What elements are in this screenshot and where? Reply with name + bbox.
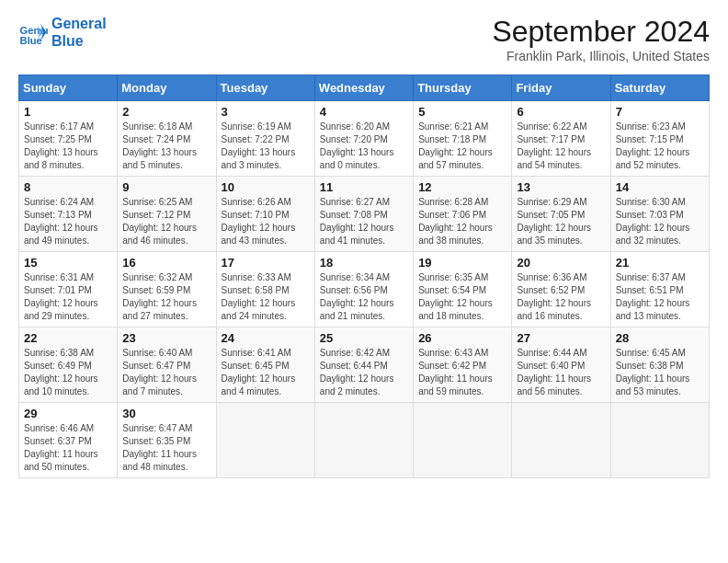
day-number: 22 — [24, 331, 112, 345]
day-info: Sunrise: 6:21 AM Sunset: 7:18 PM Dayligh… — [418, 121, 506, 172]
sunrise-label: Sunrise: 6:29 AM — [517, 197, 586, 207]
sunset-label: Sunset: 7:20 PM — [320, 134, 388, 144]
sunset-label: Sunset: 7:18 PM — [418, 134, 486, 144]
day-info: Sunrise: 6:26 AM Sunset: 7:10 PM Dayligh… — [222, 196, 310, 247]
day-info: Sunrise: 6:38 AM Sunset: 6:49 PM Dayligh… — [24, 347, 112, 398]
calendar-cell — [610, 403, 709, 478]
day-number: 25 — [320, 331, 408, 345]
weekday-wednesday: Wednesday — [314, 75, 413, 101]
day-number: 3 — [222, 105, 310, 119]
weekday-friday: Friday — [512, 75, 610, 101]
day-number: 10 — [222, 180, 310, 194]
sunrise-label: Sunrise: 6:38 AM — [24, 348, 94, 358]
sunset-label: Sunset: 6:54 PM — [418, 285, 486, 295]
weekday-tuesday: Tuesday — [216, 75, 314, 101]
daylight-label: Daylight: 12 hours and 27 minutes. — [122, 298, 197, 321]
daylight-label: Daylight: 13 hours and 5 minutes. — [122, 147, 197, 170]
day-info: Sunrise: 6:19 AM Sunset: 7:22 PM Dayligh… — [222, 121, 310, 172]
sunset-label: Sunset: 7:22 PM — [222, 134, 290, 144]
calendar-cell: 7 Sunrise: 6:23 AM Sunset: 7:15 PM Dayli… — [610, 101, 709, 177]
daylight-label: Daylight: 11 hours and 50 minutes. — [24, 449, 98, 472]
sunset-label: Sunset: 6:45 PM — [222, 361, 290, 371]
calendar-cell: 22 Sunrise: 6:38 AM Sunset: 6:49 PM Dayl… — [19, 327, 118, 403]
sunrise-label: Sunrise: 6:25 AM — [122, 197, 192, 207]
calendar-cell — [216, 403, 314, 478]
day-number: 27 — [517, 331, 605, 345]
day-info: Sunrise: 6:22 AM Sunset: 7:17 PM Dayligh… — [517, 121, 605, 172]
calendar-cell: 8 Sunrise: 6:24 AM Sunset: 7:13 PM Dayli… — [19, 177, 118, 252]
week-row-1: 1 Sunrise: 6:17 AM Sunset: 7:25 PM Dayli… — [19, 101, 710, 177]
page-header: General Blue General Blue September 2024… — [18, 15, 710, 63]
weekday-header-row: SundayMondayTuesdayWednesdayThursdayFrid… — [19, 75, 710, 101]
calendar-table: SundayMondayTuesdayWednesdayThursdayFrid… — [18, 75, 710, 478]
day-number: 29 — [24, 407, 112, 420]
logo: General Blue General Blue — [18, 15, 107, 50]
sunset-label: Sunset: 7:01 PM — [24, 285, 92, 295]
calendar-cell: 20 Sunrise: 6:36 AM Sunset: 6:52 PM Dayl… — [512, 252, 610, 327]
day-number: 12 — [418, 180, 506, 194]
day-info: Sunrise: 6:34 AM Sunset: 6:56 PM Dayligh… — [320, 271, 408, 323]
calendar-cell: 10 Sunrise: 6:26 AM Sunset: 7:10 PM Dayl… — [216, 177, 314, 252]
calendar-cell: 19 Sunrise: 6:35 AM Sunset: 6:54 PM Dayl… — [414, 252, 512, 327]
daylight-label: Daylight: 12 hours and 38 minutes. — [418, 223, 493, 246]
sunset-label: Sunset: 6:58 PM — [222, 285, 290, 295]
calendar-cell — [512, 403, 610, 478]
day-info: Sunrise: 6:27 AM Sunset: 7:08 PM Dayligh… — [320, 196, 408, 247]
sunset-label: Sunset: 6:37 PM — [24, 436, 92, 446]
sunset-label: Sunset: 7:13 PM — [24, 210, 92, 220]
sunset-label: Sunset: 6:52 PM — [517, 285, 585, 295]
day-info: Sunrise: 6:36 AM Sunset: 6:52 PM Dayligh… — [517, 271, 605, 323]
week-row-2: 8 Sunrise: 6:24 AM Sunset: 7:13 PM Dayli… — [19, 177, 710, 252]
sunset-label: Sunset: 6:49 PM — [24, 361, 92, 371]
title-section: September 2024 Franklin Park, Illinois, … — [492, 15, 710, 63]
sunrise-label: Sunrise: 6:31 AM — [24, 272, 94, 282]
day-info: Sunrise: 6:44 AM Sunset: 6:40 PM Dayligh… — [517, 347, 605, 398]
calendar-cell: 15 Sunrise: 6:31 AM Sunset: 7:01 PM Dayl… — [19, 252, 118, 327]
sunrise-label: Sunrise: 6:40 AM — [122, 348, 192, 358]
daylight-label: Daylight: 12 hours and 4 minutes. — [222, 373, 296, 396]
day-number: 21 — [616, 256, 704, 270]
day-number: 15 — [24, 256, 112, 270]
daylight-label: Daylight: 12 hours and 13 minutes. — [616, 298, 690, 321]
sunset-label: Sunset: 6:47 PM — [122, 361, 190, 371]
day-info: Sunrise: 6:47 AM Sunset: 6:35 PM Dayligh… — [122, 422, 210, 474]
week-row-3: 15 Sunrise: 6:31 AM Sunset: 7:01 PM Dayl… — [19, 252, 710, 327]
day-info: Sunrise: 6:42 AM Sunset: 6:44 PM Dayligh… — [320, 347, 408, 398]
calendar-cell: 24 Sunrise: 6:41 AM Sunset: 6:45 PM Dayl… — [216, 327, 314, 403]
daylight-label: Daylight: 12 hours and 21 minutes. — [320, 298, 394, 321]
calendar-cell: 18 Sunrise: 6:34 AM Sunset: 6:56 PM Dayl… — [314, 252, 413, 327]
sunset-label: Sunset: 6:35 PM — [122, 436, 190, 446]
calendar-cell: 3 Sunrise: 6:19 AM Sunset: 7:22 PM Dayli… — [216, 101, 314, 177]
sunrise-label: Sunrise: 6:21 AM — [418, 121, 488, 132]
daylight-label: Daylight: 12 hours and 46 minutes. — [122, 223, 197, 246]
calendar-cell — [414, 403, 512, 478]
daylight-label: Daylight: 12 hours and 16 minutes. — [517, 298, 591, 321]
sunrise-label: Sunrise: 6:41 AM — [222, 348, 291, 358]
calendar-cell: 12 Sunrise: 6:28 AM Sunset: 7:06 PM Dayl… — [414, 177, 512, 252]
sunrise-label: Sunrise: 6:17 AM — [24, 121, 94, 132]
calendar-cell: 16 Sunrise: 6:32 AM Sunset: 6:59 PM Dayl… — [118, 252, 216, 327]
day-info: Sunrise: 6:46 AM Sunset: 6:37 PM Dayligh… — [24, 422, 112, 474]
week-row-4: 22 Sunrise: 6:38 AM Sunset: 6:49 PM Dayl… — [19, 327, 710, 403]
location: Franklin Park, Illinois, United States — [492, 49, 710, 63]
day-info: Sunrise: 6:18 AM Sunset: 7:24 PM Dayligh… — [122, 121, 210, 172]
sunset-label: Sunset: 6:38 PM — [616, 361, 684, 371]
day-number: 17 — [222, 256, 310, 270]
day-info: Sunrise: 6:28 AM Sunset: 7:06 PM Dayligh… — [418, 196, 506, 247]
day-info: Sunrise: 6:17 AM Sunset: 7:25 PM Dayligh… — [24, 121, 112, 172]
day-number: 6 — [517, 105, 605, 119]
calendar-cell: 2 Sunrise: 6:18 AM Sunset: 7:24 PM Dayli… — [118, 101, 216, 177]
sunset-label: Sunset: 7:08 PM — [320, 210, 388, 220]
day-number: 28 — [616, 331, 704, 345]
day-number: 23 — [122, 331, 210, 345]
day-number: 1 — [24, 105, 112, 119]
day-info: Sunrise: 6:33 AM Sunset: 6:58 PM Dayligh… — [222, 271, 310, 323]
weekday-thursday: Thursday — [414, 75, 512, 101]
day-number: 2 — [122, 105, 210, 119]
day-number: 26 — [418, 331, 506, 345]
sunset-label: Sunset: 7:03 PM — [616, 210, 684, 220]
day-number: 24 — [222, 331, 310, 345]
daylight-label: Daylight: 12 hours and 10 minutes. — [24, 373, 98, 396]
daylight-label: Daylight: 11 hours and 56 minutes. — [517, 373, 591, 396]
calendar-cell: 11 Sunrise: 6:27 AM Sunset: 7:08 PM Dayl… — [314, 177, 413, 252]
